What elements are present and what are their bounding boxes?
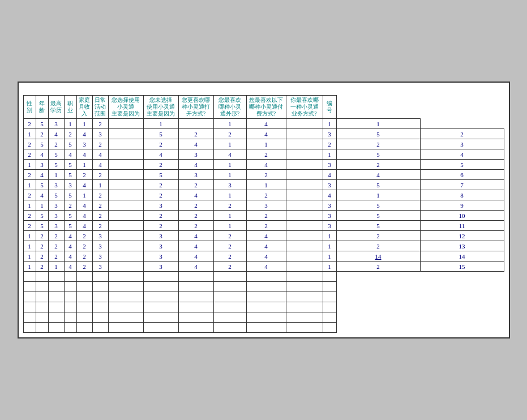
table-cell: 3 (143, 251, 178, 262)
table-cell (286, 251, 323, 262)
table-cell: 1 (143, 119, 178, 129)
table-cell (108, 160, 143, 170)
table-cell: 3 (92, 251, 108, 262)
table-cell: 3 (178, 170, 213, 180)
table-row: 122423342411414 (23, 251, 504, 262)
table-cell: 10 (420, 211, 504, 221)
empty-cell (178, 323, 213, 333)
table-cell (108, 180, 143, 190)
empty-cell (92, 292, 108, 302)
header-gender: 性别 (23, 96, 36, 119)
table-cell: 4 (76, 180, 92, 190)
table-cell: 2 (336, 231, 420, 241)
table-cell: 1 (323, 241, 336, 251)
empty-cell (246, 323, 286, 333)
table-cell: 15 (420, 262, 504, 272)
empty-cell (76, 312, 92, 323)
empty-row (23, 312, 504, 323)
table-cell (286, 231, 323, 241)
empty-cell (143, 312, 178, 323)
empty-cell (246, 302, 286, 312)
empty-row (23, 292, 504, 302)
table-row: 1533412231357 (23, 180, 504, 190)
empty-cell (48, 302, 64, 312)
table-cell: 4 (36, 190, 48, 200)
table-cell: 2 (36, 241, 48, 251)
table-cell: 1 (23, 160, 36, 170)
table-cell: 5 (64, 190, 76, 200)
header-income: 家庭月收入 (76, 96, 92, 119)
empty-cell (143, 272, 178, 282)
table-cell: 5 (64, 160, 76, 170)
table-cell: 3 (323, 200, 336, 211)
table-cell: 5 (336, 221, 420, 231)
empty-cell (108, 272, 143, 282)
table-cell: 3 (420, 139, 504, 149)
table-cell: 4 (178, 241, 213, 251)
empty-cell (64, 282, 76, 292)
table-row: 2525322411223 (23, 139, 504, 149)
table-cell: 2 (92, 139, 108, 149)
table-cell: 5 (336, 129, 420, 139)
empty-cell (286, 292, 323, 302)
table-cell: 4 (246, 129, 286, 139)
table-cell: 2 (143, 211, 178, 221)
table-cell: 3 (323, 221, 336, 231)
empty-cell (286, 282, 323, 292)
table-cell: 11 (420, 221, 504, 231)
table-cell: 4 (76, 200, 92, 211)
table-cell: 5 (64, 221, 76, 231)
empty-cell (213, 302, 246, 312)
table-cell: 1 (323, 231, 336, 241)
table-cell: 2 (23, 139, 36, 149)
table-cell: 14 (336, 251, 420, 262)
empty-cell (323, 272, 336, 282)
table-cell: 2 (23, 190, 36, 200)
table-cell (108, 262, 143, 272)
table-cell (108, 190, 143, 200)
table-cell: 4 (64, 231, 76, 241)
table-cell (286, 139, 323, 149)
empty-cell (48, 312, 64, 323)
table-cell: 8 (420, 190, 504, 200)
table-cell: 4 (178, 190, 213, 200)
table-cell: 4 (76, 129, 92, 139)
empty-cell (213, 272, 246, 282)
table-cell: 4 (76, 221, 92, 231)
table-row: 12242334241213 (23, 241, 504, 251)
table-cell: 1 (76, 119, 92, 129)
table-cell (286, 119, 323, 129)
table-cell (286, 160, 323, 170)
table-cell: 2 (323, 139, 336, 149)
table-cell (286, 149, 323, 160)
table-cell: 1 (23, 251, 36, 262)
table-cell: 2 (36, 129, 48, 139)
table-cell (108, 241, 143, 251)
table-cell (286, 180, 323, 190)
table-cell: 3 (92, 262, 108, 272)
empty-cell (246, 292, 286, 302)
table-cell: 5 (36, 180, 48, 190)
empty-row (23, 272, 504, 282)
empty-cell (286, 323, 323, 333)
table-cell: 5 (48, 190, 64, 200)
table-cell: 1 (48, 170, 64, 180)
empty-cell (108, 323, 143, 333)
table-cell: 2 (336, 241, 420, 251)
table-cell: 4 (336, 170, 420, 180)
table-cell (178, 119, 213, 129)
empty-cell (323, 292, 336, 302)
table-cell: 1 (92, 180, 108, 190)
table-cell: 1 (213, 119, 246, 129)
empty-cell (48, 282, 64, 292)
empty-cell (323, 312, 336, 323)
table-cell: 2 (213, 231, 246, 241)
table-cell: 2 (23, 149, 36, 160)
table-cell: 1 (23, 231, 36, 241)
table-row: 12142334241215 (23, 262, 504, 272)
empty-cell (213, 323, 246, 333)
header-q3: 您更喜欢哪种小灵通打开方式? (178, 96, 213, 119)
empty-cell (76, 272, 92, 282)
table-cell: 1 (213, 139, 246, 149)
table-row: 1242435224352 (23, 129, 504, 139)
